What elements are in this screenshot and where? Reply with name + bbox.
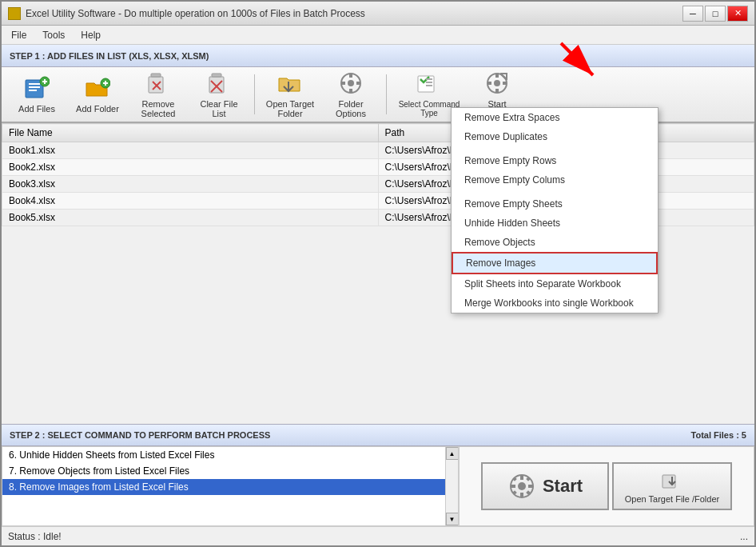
svg-rect-21 [349,74,352,78]
svg-rect-45 [662,475,675,488]
close-button[interactable]: ✕ [727,6,748,22]
svg-rect-32 [495,89,499,93]
svg-rect-2 [29,86,40,88]
svg-rect-27 [426,82,432,83]
clear-file-list-icon [206,70,232,96]
svg-rect-34 [503,82,507,85]
open-target-folder-label: Open Target Folder [265,99,316,118]
start-button-label: Start [543,476,583,497]
select-command-type-icon [416,71,442,97]
start-button[interactable]: Start [481,462,609,510]
svg-rect-37 [520,475,523,480]
dropdown-item-unhide-sheets[interactable]: Unhide Hidden Sheets [452,214,658,233]
add-folder-label: Add Folder [76,104,119,114]
status-text: Status : Idle! [8,531,62,542]
svg-rect-23 [341,82,345,85]
gear-icon [507,472,536,501]
clear-file-list-button[interactable]: Clear File List [190,70,248,118]
svg-rect-33 [487,82,491,85]
open-target-folder-button[interactable]: Open Target Folder [261,70,319,118]
svg-rect-1 [29,83,40,85]
open-target-folder-icon [277,70,303,96]
add-files-button[interactable]: Add Files [8,70,66,118]
dropdown-item-remove-empty-sheets[interactable]: Remove Empty Sheets [452,194,658,214]
svg-rect-15 [212,74,221,77]
window-title: Excel Utility Software - Do multiple ope… [26,8,365,19]
step2-label: STEP 2 : SELECT COMMAND TO PERFORM BATCH… [10,430,270,440]
command-list: 6. Unhide Hidden Sheets from Listed Exce… [2,447,458,525]
list-item[interactable]: 7. Remove Objects from Listed Excel File… [2,463,458,479]
dropdown-item-remove-duplicates[interactable]: Remove Duplicates [452,127,658,146]
remove-selected-icon [145,70,171,96]
file-name-cell: Book4.xlsx [2,193,379,210]
svg-rect-38 [520,493,523,497]
command-list-panel: 6. Unhide Hidden Sheets from Listed Exce… [2,446,459,526]
step1-header: STEP 1 : ADD FILES IN LIST (XLS, XLSX, X… [2,45,754,67]
open-target-file-label: Open Target File /Folder [625,494,719,504]
menu-bar: File Tools Help [2,26,754,45]
window-controls: ─ □ ✕ [682,6,748,22]
start-conversion-icon [484,70,510,96]
divider1 [254,74,255,114]
status-bar: Status : Idle! ... [2,526,754,545]
file-name-cell: Book2.xlsx [2,159,379,176]
step1-label: STEP 1 : ADD FILES IN LIST (XLS, XLSX, X… [10,51,209,61]
add-files-icon [24,75,50,101]
action-panel: Start Open Target File /Folder [459,446,754,526]
folder-options-button[interactable]: Folder Options [322,70,380,118]
status-dots: ... [740,531,748,542]
add-files-label: Add Files [18,104,55,114]
dropdown-item-remove-empty-columns[interactable]: Remove Empty Colums [452,170,658,190]
file-name-cell: Book3.xlsx [2,176,379,193]
dropdown-item-remove-extra-spaces[interactable]: Remove Extra Spaces [452,108,658,127]
file-name-cell: Book1.xlsx [2,142,379,159]
maximize-button[interactable]: □ [705,6,726,22]
list-scrollbar[interactable]: ▲ ▼ [445,447,458,525]
dropdown-menu: Remove Extra Spaces Remove Duplicates Re… [451,107,659,313]
svg-rect-9 [105,81,106,86]
menu-file[interactable]: File [8,28,30,42]
title-bar: Excel Utility Software - Do multiple ope… [2,2,754,26]
svg-rect-40 [528,485,533,488]
folder-options-icon [338,70,364,96]
app-icon [8,7,21,20]
total-files: Total Files : 5 [691,430,746,440]
remove-selected-button[interactable]: Remove Selected [129,70,187,118]
dropdown-item-split-sheets[interactable]: Split Sheets into Separate Workbook [452,274,658,293]
svg-rect-26 [426,78,432,80]
menu-help[interactable]: Help [78,28,104,42]
svg-rect-6 [44,79,46,84]
step2-header: STEP 2 : SELECT COMMAND TO PERFORM BATCH… [2,424,754,446]
svg-point-36 [518,482,526,490]
list-item-selected[interactable]: 8. Remove Images from Listed Excel Files [2,479,458,495]
open-target-file-button[interactable]: Open Target File /Folder [612,462,732,510]
svg-rect-31 [495,74,499,78]
app-window: Excel Utility Software - Do multiple ope… [0,0,756,547]
scroll-down-button[interactable]: ▼ [446,513,459,525]
svg-rect-3 [29,90,37,91]
folder-options-label: Folder Options [325,99,376,118]
minimize-button[interactable]: ─ [682,6,703,22]
list-item[interactable]: 6. Unhide Hidden Sheets from Listed Exce… [2,447,458,463]
bottom-panel: 6. Unhide Hidden Sheets from Listed Exce… [2,446,754,526]
menu-tools[interactable]: Tools [39,28,68,42]
add-folder-icon [85,75,110,101]
dropdown-item-remove-images[interactable]: Remove Images [452,252,658,274]
svg-rect-28 [426,85,432,86]
svg-point-20 [348,80,354,86]
add-folder-button[interactable]: Add Folder [69,70,126,118]
open-folder-icon [661,469,683,491]
col-filename: File Name [2,124,379,142]
svg-rect-22 [349,89,352,93]
remove-selected-label: Remove Selected [133,99,184,118]
scroll-up-button[interactable]: ▲ [446,447,459,460]
dropdown-item-remove-objects[interactable]: Remove Objects [452,233,658,252]
dropdown-item-merge-workbooks[interactable]: Merge Workbooks into single Workbook [452,293,658,313]
divider2 [386,74,387,114]
dropdown-item-remove-empty-rows[interactable]: Remove Empty Rows [452,151,658,170]
file-name-cell: Book5.xlsx [2,210,379,226]
title-bar-left: Excel Utility Software - Do multiple ope… [8,7,365,20]
svg-rect-24 [356,82,360,85]
svg-rect-11 [151,74,161,77]
svg-point-30 [494,80,500,86]
